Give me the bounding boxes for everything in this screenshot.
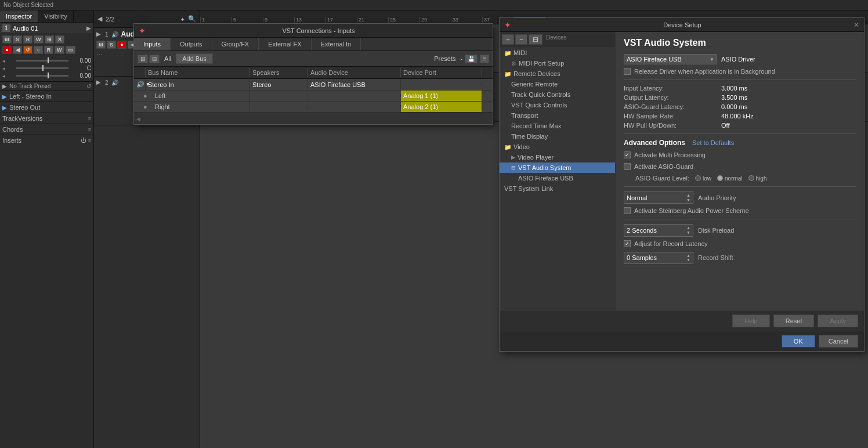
add-track-btn[interactable]: + — [181, 16, 185, 23]
monitor-btn[interactable]: ◀ — [13, 46, 22, 54]
loop-btn[interactable]: ↺ — [23, 46, 32, 54]
tree-time-display[interactable]: Time Display — [500, 131, 615, 142]
track-controls-row2: ● ◀ ↺ ○ R W ▭ — [0, 45, 93, 55]
output-row[interactable]: ▶ Stereo Out — [0, 102, 93, 113]
presets-save-btn[interactable]: 💾 — [465, 55, 478, 63]
reset-button[interactable]: Reset — [773, 315, 815, 327]
r2-btn[interactable]: R — [44, 46, 53, 54]
tree-vst-system-link[interactable]: VST System Link — [500, 183, 615, 194]
device-setup-close-btn[interactable]: ✕ — [853, 21, 859, 29]
audio-priority-label: Audio Priority — [698, 194, 773, 201]
track-versions-section[interactable]: TrackVersions ≡ — [0, 113, 93, 124]
write-btn[interactable]: W — [34, 35, 44, 44]
pan-arrow-left: ◂ — [2, 66, 14, 71]
preset-reset-icon[interactable]: ↺ — [86, 83, 91, 89]
row1-expand[interactable]: 🔊 ▼ — [134, 79, 146, 90]
radio-normal[interactable]: normal — [717, 175, 743, 182]
cancel-button[interactable]: Cancel — [819, 335, 858, 348]
record-shift-dropdown[interactable]: 0 Samples ▲ ▼ — [624, 252, 693, 264]
record-shift-up[interactable]: ▲ — [686, 254, 690, 258]
disk-preload-up[interactable]: ▲ — [686, 226, 690, 230]
ruler-mark-5: 5 — [232, 17, 263, 23]
tree-remote-devices[interactable]: 📁 Remote Devices — [500, 68, 615, 79]
adjust-record-checkbox[interactable] — [624, 240, 631, 247]
audio-priority-down[interactable]: ▼ — [686, 198, 690, 203]
solo-btn[interactable]: S — [13, 35, 22, 44]
tree-video-player[interactable]: ▶ Video Player — [500, 152, 615, 162]
tab-outputs[interactable]: Outputs — [171, 38, 212, 50]
tab-externalin[interactable]: External In — [312, 38, 361, 50]
w2-btn[interactable]: W — [55, 46, 64, 54]
tab-inputs[interactable]: Inputs — [134, 38, 171, 50]
expand-all-btn[interactable]: ⊞ — [138, 55, 148, 63]
presets-menu-btn[interactable]: ≡ — [480, 55, 489, 63]
read-btn[interactable]: R — [23, 35, 32, 44]
t1-s-btn[interactable]: S — [107, 41, 116, 49]
tree-midi[interactable]: 📁 MIDI — [500, 48, 615, 58]
tab-visibility[interactable]: Visibility — [38, 10, 74, 22]
record-shift-spin[interactable]: ▲ ▼ — [686, 254, 690, 262]
tab-inspector[interactable]: Inspector — [0, 10, 38, 22]
asio-guard-checkbox[interactable] — [624, 163, 631, 170]
nav-prev[interactable]: ◀ — [97, 15, 102, 23]
tree-vst-quick-controls[interactable]: VST Quick Controls — [500, 100, 615, 110]
radio-low[interactable]: low — [695, 175, 711, 182]
tree-track-quick-controls[interactable]: Track Quick Controls — [500, 89, 615, 100]
lock-btn[interactable]: ⊞ — [45, 35, 54, 44]
tree-vst-system-link-label: VST System Link — [504, 185, 553, 192]
tree-remove-btn[interactable]: − — [515, 34, 527, 45]
disk-preload-down[interactable]: ▼ — [686, 230, 690, 235]
disk-preload-spin[interactable]: ▲ ▼ — [686, 226, 690, 234]
pan-fader[interactable] — [16, 67, 68, 69]
scroll-left-arrow[interactable]: ◀ — [136, 116, 140, 122]
hw-sample-rate-value: 48.000 kHz — [721, 113, 856, 120]
volume-fader[interactable] — [16, 60, 68, 62]
add-bus-button[interactable]: Add Bus — [176, 53, 213, 64]
tree-video[interactable]: 📁 Video — [500, 142, 615, 152]
inserts-menu-icon: ≡ — [88, 138, 91, 143]
device-right-title: VST Audio System — [624, 38, 856, 48]
disk-preload-dropdown[interactable]: 2 Seconds ▲ ▼ — [624, 224, 693, 236]
t1-rec-btn[interactable]: ● — [117, 41, 126, 49]
record-shift-down[interactable]: ▼ — [686, 258, 690, 262]
tree-transport[interactable]: Transport — [500, 110, 615, 121]
divider-3 — [624, 186, 856, 187]
t1-m-btn[interactable]: M — [96, 41, 106, 49]
input-row[interactable]: ▶ Left - Stereo In — [0, 91, 93, 102]
help-button[interactable]: Help — [732, 315, 770, 327]
search-track-icon[interactable]: 🔍 — [188, 15, 196, 23]
multi-processing-checkbox[interactable] — [624, 151, 631, 158]
tab-externalfx[interactable]: External FX — [259, 38, 311, 50]
asio-driver-dropdown[interactable]: ASIO Fireface USB — [624, 54, 717, 64]
tab-groupfx[interactable]: Group/FX — [212, 38, 259, 50]
vst-scrollbar[interactable]: ◀ — [134, 113, 493, 124]
release-driver-checkbox[interactable] — [624, 68, 631, 75]
mute-btn[interactable]: M — [2, 35, 12, 44]
set-defaults-link[interactable]: Set to Defaults — [692, 139, 734, 146]
x-btn[interactable]: ✕ — [55, 35, 64, 44]
radio-high[interactable]: high — [748, 175, 767, 182]
tree-midi-port-setup[interactable]: ⚙ MIDI Port Setup — [500, 58, 615, 68]
chords-section[interactable]: Chords ≡ — [0, 124, 93, 135]
punch-btn[interactable]: ○ — [34, 46, 43, 54]
audio-priority-up[interactable]: ▲ — [686, 193, 690, 198]
presets-dash: - — [460, 55, 462, 62]
tree-vst-audio-system[interactable]: ⊟ VST Audio System — [500, 162, 615, 173]
audio-priority-spin[interactable]: ▲ ▼ — [686, 193, 690, 202]
steinberg-power-checkbox[interactable] — [624, 207, 631, 214]
tree-generic-remote[interactable]: Generic Remote — [500, 79, 615, 89]
tree-device-btn[interactable]: ⊟ — [529, 34, 542, 45]
track-info-header: 1 Audio 01 ▶ — [0, 23, 93, 34]
audio-priority-dropdown[interactable]: Normal ▲ ▼ — [624, 192, 693, 204]
send-fader[interactable] — [16, 75, 68, 77]
collapse-all-btn[interactable]: ⊟ — [149, 55, 160, 63]
tree-record-time-max[interactable]: Record Time Max — [500, 121, 615, 131]
apply-button[interactable]: Apply — [818, 315, 858, 327]
clip-btn[interactable]: ▭ — [66, 46, 75, 54]
track-edit-icon[interactable]: ▶ — [86, 25, 91, 31]
tree-add-btn[interactable]: + — [502, 34, 514, 45]
inserts-section[interactable]: Inserts ⏻ ≡ — [0, 135, 93, 146]
record-btn[interactable]: ● — [2, 46, 12, 54]
ok-button[interactable]: OK — [782, 335, 815, 348]
tree-asio-fireface[interactable]: ASIO Fireface USB — [500, 173, 615, 183]
